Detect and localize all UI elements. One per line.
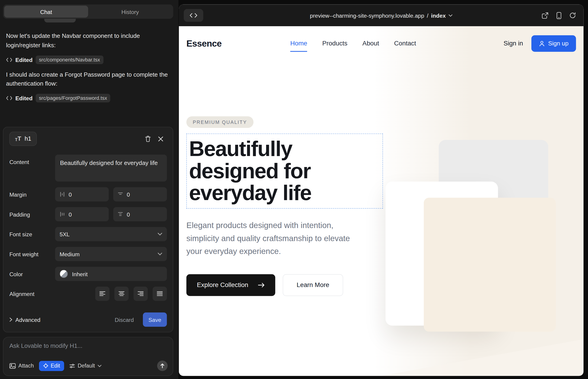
code-view-toggle[interactable] bbox=[184, 9, 203, 22]
preview-window: preview--charming-site-symphony.lovable.… bbox=[179, 5, 583, 376]
explore-collection-button[interactable]: Explore Collection bbox=[186, 274, 275, 296]
sign-up-button[interactable]: Sign up bbox=[531, 35, 576, 52]
chat-message: Now let's update the Navbar component to… bbox=[6, 32, 168, 50]
sign-in-link[interactable]: Sign in bbox=[504, 40, 523, 47]
nav-link-contact[interactable]: Contact bbox=[394, 40, 416, 47]
font-weight-select[interactable]: Medium bbox=[55, 247, 167, 261]
site-navbar: Essence Home Products About Contact Sign… bbox=[179, 26, 583, 61]
screen: Chat History Now let's update the Navbar… bbox=[0, 0, 588, 379]
alignment-row: Alignment bbox=[9, 286, 167, 301]
margin-row: Margin 0 0 bbox=[9, 187, 167, 201]
open-external-button[interactable] bbox=[542, 12, 549, 19]
tab-chat[interactable]: Chat bbox=[4, 6, 88, 18]
site-logo[interactable]: Essence bbox=[186, 38, 290, 49]
decor-card-cream bbox=[424, 198, 556, 332]
chat-composer: Ask Lovable to modify H1... Attach Edit bbox=[3, 337, 173, 376]
file-badge[interactable]: src/pages/ForgotPassword.tsx bbox=[35, 94, 110, 103]
send-button[interactable] bbox=[157, 360, 168, 371]
element-tag-pill[interactable]: TT h1 bbox=[9, 132, 37, 146]
chevron-down-icon bbox=[157, 233, 162, 236]
nav-link-home[interactable]: Home bbox=[290, 40, 307, 47]
font-size-select[interactable]: 5XL bbox=[55, 227, 167, 241]
mobile-view-button[interactable] bbox=[557, 12, 561, 19]
save-button[interactable]: Save bbox=[143, 313, 167, 327]
text-style-icon: TT bbox=[15, 136, 21, 142]
nav-links: Home Products About Contact bbox=[290, 40, 416, 47]
nav-link-about[interactable]: About bbox=[362, 40, 379, 47]
padding-x-input[interactable]: 0 bbox=[55, 207, 109, 221]
font-size-label: Font size bbox=[9, 231, 55, 237]
align-left-button[interactable] bbox=[95, 286, 109, 301]
advanced-toggle[interactable]: Advanced bbox=[9, 316, 40, 323]
editor-footer: Advanced Discard Save bbox=[9, 313, 167, 327]
margin-y-icon bbox=[118, 192, 123, 197]
refresh-button[interactable] bbox=[569, 12, 576, 19]
close-editor-button[interactable] bbox=[154, 132, 167, 145]
chat-message: I should also create a Forgot Password p… bbox=[6, 70, 168, 89]
preview-url-bar[interactable]: preview--charming-site-symphony.lovable.… bbox=[310, 12, 452, 19]
delete-element-button[interactable] bbox=[141, 132, 154, 145]
code-icon bbox=[6, 96, 12, 100]
close-icon bbox=[158, 136, 164, 142]
margin-y-input[interactable]: 0 bbox=[113, 187, 167, 201]
tab-history[interactable]: History bbox=[88, 6, 172, 18]
content-input[interactable]: Beautifully designed for everyday life bbox=[55, 155, 167, 182]
font-size-value: 5XL bbox=[60, 231, 70, 237]
preview-path: index bbox=[431, 12, 446, 19]
margin-y-value: 0 bbox=[127, 191, 130, 198]
padding-y-icon bbox=[118, 211, 123, 217]
align-justify-button[interactable] bbox=[153, 286, 167, 301]
margin-label: Margin bbox=[9, 191, 55, 198]
align-center-icon bbox=[119, 291, 124, 296]
chat-thread: Now let's update the Navbar component to… bbox=[6, 32, 168, 109]
chat-panel: Chat History Now let's update the Navbar… bbox=[0, 0, 178, 379]
attach-button[interactable]: Attach bbox=[9, 363, 34, 369]
edit-mode-button[interactable]: Edit bbox=[39, 361, 64, 371]
margin-x-input[interactable]: 0 bbox=[55, 187, 109, 201]
image-icon bbox=[9, 363, 16, 369]
preview-url: preview--charming-site-symphony.lovable.… bbox=[310, 12, 424, 19]
advanced-label: Advanced bbox=[15, 316, 40, 323]
model-selector[interactable]: Default bbox=[69, 363, 102, 369]
site-canvas: Essence Home Products About Contact Sign… bbox=[179, 26, 583, 376]
align-center-button[interactable] bbox=[114, 286, 129, 301]
cta-row: Explore Collection Learn More bbox=[186, 274, 381, 296]
edited-file-row[interactable]: Edited src/components/Navbar.tsx bbox=[6, 55, 168, 64]
color-value: Inherit bbox=[72, 271, 88, 277]
sliders-icon bbox=[69, 363, 75, 368]
composer-input[interactable]: Ask Lovable to modify H1... bbox=[9, 343, 168, 349]
hero-paragraph: Elegant products designed with intention… bbox=[186, 219, 367, 258]
arrow-right-icon bbox=[258, 283, 265, 288]
alignment-label: Alignment bbox=[9, 290, 55, 297]
font-weight-label: Font weight bbox=[9, 251, 55, 257]
file-badge[interactable]: src/components/Navbar.tsx bbox=[35, 55, 103, 64]
selected-element-outline[interactable]: Beautifully designed for everyday life bbox=[186, 134, 383, 208]
edited-file-row[interactable]: Edited src/pages/ForgotPassword.tsx bbox=[6, 94, 168, 103]
url-separator: / bbox=[427, 12, 428, 19]
arrow-up-icon bbox=[160, 363, 165, 368]
discard-button[interactable]: Discard bbox=[115, 316, 134, 323]
code-toggle-icon bbox=[189, 13, 198, 18]
font-size-row: Font size 5XL bbox=[9, 227, 167, 241]
nav-link-products[interactable]: Products bbox=[322, 40, 347, 47]
padding-y-input[interactable]: 0 bbox=[113, 207, 167, 221]
content-label: Content bbox=[9, 155, 55, 165]
attach-label: Attach bbox=[18, 363, 34, 369]
font-weight-value: Medium bbox=[60, 251, 79, 257]
code-icon bbox=[6, 57, 12, 62]
color-select[interactable]: Inherit bbox=[55, 267, 167, 281]
panel-tabs: Chat History bbox=[3, 5, 173, 19]
chevron-down-icon bbox=[97, 364, 102, 367]
edit-label: Edit bbox=[51, 363, 60, 369]
hero-heading[interactable]: Beautifully designed for everyday life bbox=[189, 138, 381, 204]
font-weight-row: Font weight Medium bbox=[9, 247, 167, 261]
align-right-button[interactable] bbox=[134, 286, 148, 301]
editor-header: TT h1 bbox=[9, 132, 167, 146]
color-label: Color bbox=[9, 271, 55, 277]
content-row: Content Beautifully designed for everyda… bbox=[9, 155, 167, 182]
padding-row: Padding 0 0 bbox=[9, 207, 167, 221]
learn-more-button[interactable]: Learn More bbox=[283, 274, 343, 296]
chevron-right-icon bbox=[9, 317, 12, 322]
chevron-down-icon bbox=[157, 252, 162, 255]
edited-label: Edited bbox=[15, 56, 32, 63]
